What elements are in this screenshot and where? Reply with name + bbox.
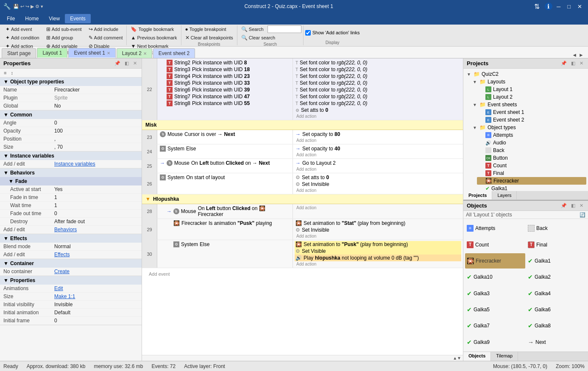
- obj-final[interactable]: T Final: [526, 237, 586, 252]
- obj-firecracker[interactable]: 🎇 Firecracker: [465, 253, 525, 269]
- action-30-2[interactable]: ⚙ Set Visible: [295, 248, 461, 255]
- add-action-25[interactable]: Add action: [295, 166, 461, 172]
- condition-string4[interactable]: T String4 Pick instance with UID 23: [166, 73, 291, 80]
- properties-close-button[interactable]: ✕: [132, 60, 138, 66]
- action-24-1[interactable]: → Set opacity to 40: [295, 145, 461, 152]
- condition-string5[interactable]: T String5 Pick instance with UID 33: [166, 80, 291, 86]
- add-event-bottom[interactable]: Add event: [142, 268, 463, 280]
- search-input[interactable]: [268, 25, 301, 33]
- objects-pin-button[interactable]: 📌: [560, 202, 568, 209]
- tilemap-tab[interactable]: Tilemap: [491, 352, 518, 361]
- tree-attempts[interactable]: ⊞ Attempts: [477, 131, 586, 139]
- title-bar-controls[interactable]: ⇅ ℹ ─ □ ✕: [534, 3, 585, 11]
- add-group-button[interactable]: ⊞Add group: [44, 34, 84, 42]
- add-action-26[interactable]: Add action: [295, 188, 461, 193]
- add-action-22[interactable]: Add action: [295, 114, 461, 119]
- layers-tab[interactable]: Layers: [492, 191, 517, 199]
- condition-26-system[interactable]: ⚙ System On start of layout: [159, 174, 291, 181]
- action-23-1[interactable]: → Set opacity to 80: [295, 131, 461, 138]
- action-22-2[interactable]: T Set font color to rgb(222, 0, 0): [295, 66, 461, 73]
- obj-galka8[interactable]: ✔ Galka8: [526, 318, 586, 333]
- menu-view[interactable]: View: [44, 14, 65, 23]
- obj-galka6[interactable]: ✔ Galka6: [526, 302, 586, 317]
- condition-30-system[interactable]: ⚙ System Else: [173, 241, 291, 248]
- tabs-scroll-right[interactable]: ►: [578, 52, 585, 58]
- search-button[interactable]: 🔍Search: [239, 25, 266, 33]
- objects-refresh-button[interactable]: 🔄: [580, 212, 585, 218]
- add-action-23[interactable]: Add action: [295, 138, 461, 143]
- condition-25-mouse[interactable]: → 🖱 Mouse On Left button Clicked on → Ne…: [159, 160, 291, 166]
- condition-29-firecracker[interactable]: 🎇 Firecracker Is animation "Pusk" playin…: [173, 220, 291, 227]
- sheet-scroll-down[interactable]: ▼: [457, 356, 461, 360]
- objects-tab[interactable]: Objects: [463, 352, 491, 361]
- tree-object-types[interactable]: ▼ 📁 Object types: [471, 124, 586, 131]
- objects-close-button[interactable]: ✕: [578, 202, 585, 209]
- condition-string8[interactable]: T String8 Pick instance with UID 55: [166, 100, 291, 107]
- projects-tab[interactable]: Projects: [463, 191, 492, 199]
- tab-start-page[interactable]: Start page: [2, 48, 36, 58]
- menu-home[interactable]: Home: [20, 14, 44, 23]
- obj-next[interactable]: → Next: [526, 335, 586, 350]
- action-22-5[interactable]: T Set font color to rgb(222, 0, 0): [295, 86, 461, 93]
- add-include-button[interactable]: ↪Add include: [86, 25, 125, 33]
- action-26-2[interactable]: ⚙ Set Invisible: [295, 181, 461, 188]
- obj-galka3[interactable]: ✔ Galka3: [465, 286, 525, 301]
- tree-button[interactable]: OK Button: [477, 154, 586, 162]
- minimize-button[interactable]: ─: [554, 3, 563, 11]
- add-action-24[interactable]: Add action: [295, 152, 461, 158]
- tab-layout-1[interactable]: Layout 1: [37, 48, 67, 58]
- tree-count[interactable]: T Count: [477, 162, 586, 169]
- action-22-7[interactable]: T Set font color to rgb(222, 0, 0): [295, 100, 461, 107]
- tree-audio[interactable]: 🔊 Audio: [477, 139, 586, 147]
- close-button[interactable]: ✕: [575, 3, 585, 11]
- projects-close-button[interactable]: ✕: [578, 60, 585, 66]
- section-behaviors-header[interactable]: ▼ Behaviors: [0, 169, 142, 177]
- condition-24-system[interactable]: ⚙ System Else: [159, 145, 291, 152]
- condition-23-mouse[interactable]: 🖱 Mouse Cursor is over → Next: [159, 131, 291, 138]
- tree-quizc2[interactable]: ▼ 📁 QuizC2: [465, 70, 586, 78]
- toggle-breakpoint-button[interactable]: ●Toggle breakpoint: [183, 25, 235, 33]
- obj-attempts[interactable]: ⊞ Attempts: [465, 221, 525, 236]
- tree-event-sheet-1[interactable]: E Event sheet 1: [477, 108, 586, 116]
- props-sort-icon[interactable]: ↕: [9, 70, 14, 76]
- objects-float-button[interactable]: ◧: [570, 202, 577, 209]
- tab-event-sheet-2[interactable]: Event sheet 2: [153, 48, 195, 58]
- obj-galka2[interactable]: ✔ Galka2: [526, 269, 586, 285]
- condition-string3[interactable]: T String3 Pick instance with UID 18: [166, 66, 291, 73]
- condition-string6[interactable]: T String6 Pick instance with UID 39: [166, 86, 291, 93]
- condition-string2[interactable]: T String2 Pick instance with UID 8: [166, 59, 291, 66]
- section-common-header[interactable]: ▼ Common: [0, 111, 142, 119]
- prev-bookmark-button[interactable]: ▲Previous bookmark: [128, 34, 179, 42]
- action-26-1[interactable]: ⚙ Set atts to 0: [295, 174, 461, 181]
- tree-event-sheets[interactable]: ▼ 📁 Event sheets: [471, 101, 586, 108]
- add-action-30[interactable]: Add action: [295, 261, 461, 267]
- menu-file[interactable]: File: [2, 14, 20, 23]
- tree-back[interactable]: Back: [477, 147, 586, 154]
- action-30-1[interactable]: 🎇 Set animation to "Pusk" (play from beg…: [295, 241, 461, 248]
- event-sheet-scrollbar[interactable]: ▲ ▼: [142, 355, 463, 361]
- tree-layouts[interactable]: ▼ 📁 Layouts: [471, 78, 586, 86]
- tab-layout-2[interactable]: Layout 2 ✕: [117, 48, 152, 58]
- action-22-1[interactable]: T Set font color to rgb(222, 0, 0): [295, 59, 461, 66]
- add-sub-event-button[interactable]: ⊞Add sub-event: [44, 25, 84, 33]
- add-action-28[interactable]: Add action: [295, 205, 461, 210]
- projects-pin-button[interactable]: 📌: [560, 60, 568, 66]
- event-sheet-1-close[interactable]: ✕: [107, 51, 110, 55]
- tabs-scroll-left[interactable]: ◄: [571, 52, 578, 58]
- action-29-2[interactable]: ⚙ Set Invisible: [295, 227, 461, 233]
- layout-2-close[interactable]: ✕: [143, 51, 147, 56]
- sheet-scroll-up[interactable]: ▲: [453, 356, 457, 360]
- obj-galka9[interactable]: ✔ Galka9: [465, 335, 525, 350]
- action-30-3[interactable]: 🔊 Play hlopushka not looping at volume 0…: [295, 255, 461, 261]
- properties-pin-button[interactable]: 📌: [113, 60, 122, 66]
- tree-firecracker[interactable]: 🎇 Firecracker: [477, 177, 586, 185]
- section-effects-header[interactable]: ▼ Effects: [0, 234, 142, 243]
- action-25-1[interactable]: → Go to Layout 2: [295, 160, 461, 166]
- tree-galka1[interactable]: ✔ Galka1: [477, 185, 586, 191]
- obj-back[interactable]: Back: [526, 221, 586, 236]
- tree-final[interactable]: T Final: [477, 169, 586, 177]
- action-22-3[interactable]: T Set font color to rgb(222, 0, 0): [295, 73, 461, 80]
- obj-galka1[interactable]: ✔ Galka1: [526, 253, 586, 269]
- action-29-1[interactable]: 🎇 Set animation to "Stat" (play from beg…: [295, 220, 461, 227]
- add-event-button[interactable]: ✦Add event: [3, 25, 42, 33]
